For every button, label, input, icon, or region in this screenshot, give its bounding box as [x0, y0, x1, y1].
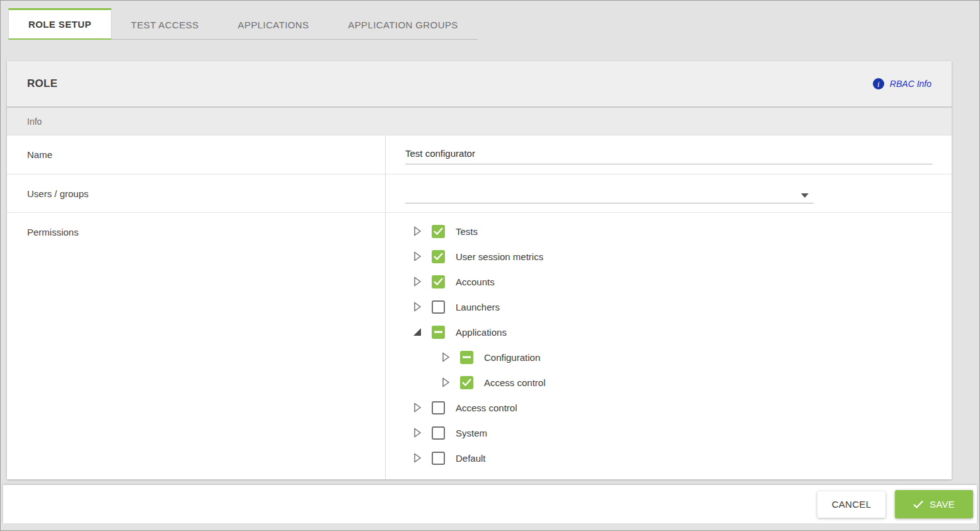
panel-title: ROLE — [27, 77, 57, 90]
tree-expander-icon[interactable] — [411, 275, 424, 288]
tab-bar: ROLE SETUP TEST ACCESS APPLICATIONS APPL… — [8, 8, 478, 40]
tree-item-label: User session metrics — [456, 251, 543, 262]
tree-expander-icon[interactable] — [439, 376, 452, 389]
tab-test-access[interactable]: TEST ACCESS — [112, 8, 219, 40]
save-button-label: SAVE — [930, 499, 955, 510]
tree-item-label: Default — [456, 453, 486, 464]
tree-expander-icon[interactable] — [439, 351, 452, 363]
check-icon — [434, 253, 443, 260]
tree-row: Tests — [411, 219, 952, 244]
permissions-tree: Tests User session metrics — [405, 213, 952, 471]
tab-applications[interactable]: APPLICATIONS — [218, 8, 328, 40]
tree-expander-icon[interactable] — [411, 401, 424, 414]
rbac-info-link[interactable]: i RBAC Info — [873, 78, 931, 89]
tree-item-label: Tests — [456, 226, 478, 237]
tree-checkbox[interactable] — [432, 250, 445, 263]
tree-row: Access control — [439, 370, 952, 395]
check-icon — [462, 379, 471, 386]
tree-checkbox[interactable] — [432, 426, 445, 440]
check-icon — [434, 278, 443, 285]
info-icon: i — [873, 78, 884, 89]
tree-expander-icon[interactable] — [411, 426, 424, 439]
tree-row: Accounts — [411, 269, 952, 294]
tab-label: APPLICATION GROUPS — [348, 20, 458, 30]
tab-label: APPLICATIONS — [238, 20, 309, 30]
name-input[interactable] — [405, 146, 933, 164]
rbac-info-label: RBAC Info — [890, 79, 931, 89]
permissions-label: Permissions — [7, 213, 386, 479]
tree-row: Access control — [411, 395, 952, 420]
tree-expander-icon[interactable] — [411, 326, 424, 338]
tree-expander-icon[interactable] — [411, 300, 424, 313]
users-groups-select[interactable] — [405, 183, 814, 203]
minus-icon — [463, 356, 471, 358]
save-button[interactable]: SAVE — [895, 490, 973, 518]
tree-row: Configuration — [439, 345, 952, 370]
chevron-down-icon — [801, 193, 809, 198]
tree-expander-icon[interactable] — [411, 250, 424, 263]
name-row: Name — [7, 135, 952, 174]
minus-icon — [434, 331, 442, 333]
tree-expander-icon[interactable] — [411, 225, 424, 237]
tree-checkbox[interactable] — [432, 275, 445, 288]
tree-expander-icon[interactable] — [411, 452, 424, 464]
tree-item-label: Access control — [484, 377, 546, 388]
tab-role-setup[interactable]: ROLE SETUP — [8, 8, 112, 40]
tree-checkbox[interactable] — [460, 351, 473, 364]
tree-checkbox[interactable] — [432, 225, 445, 238]
tree-item-label: Access control — [456, 403, 517, 413]
tree-checkbox[interactable] — [432, 401, 445, 414]
tree-item-label: Launchers — [456, 302, 500, 312]
tree-row: Default — [411, 445, 952, 471]
tree-item-label: Configuration — [484, 352, 540, 363]
tree-checkbox[interactable] — [432, 300, 445, 314]
tree-row: User session metrics — [411, 244, 952, 269]
tree-row: Launchers — [411, 294, 952, 319]
tab-application-groups[interactable]: APPLICATION GROUPS — [328, 8, 477, 40]
tree-item-label: System — [456, 428, 487, 438]
role-panel: ROLE i RBAC Info Info Name Users / group… — [7, 61, 952, 479]
panel-header: ROLE i RBAC Info — [7, 61, 952, 108]
check-icon — [913, 500, 923, 508]
tree-row: Applications — [411, 319, 952, 345]
info-section-header: Info — [7, 108, 952, 135]
check-icon — [434, 227, 443, 235]
users-groups-label: Users / groups — [7, 174, 386, 212]
name-label: Name — [7, 135, 386, 174]
users-groups-row: Users / groups — [7, 174, 952, 213]
tree-item-label: Applications — [456, 327, 507, 338]
tree-checkbox[interactable] — [432, 452, 445, 465]
tab-label: ROLE SETUP — [28, 19, 91, 30]
footer-bar: CANCEL SAVE — [3, 485, 977, 523]
permissions-row: Permissions Tests — [7, 213, 952, 479]
tree-checkbox[interactable] — [460, 376, 473, 389]
tree-checkbox[interactable] — [432, 326, 445, 339]
page: ROLE SETUP TEST ACCESS APPLICATIONS APPL… — [0, 0, 980, 531]
cancel-button[interactable]: CANCEL — [817, 491, 885, 518]
tree-row: System — [411, 420, 952, 445]
tree-item-label: Accounts — [456, 277, 495, 287]
tab-label: TEST ACCESS — [131, 20, 199, 30]
